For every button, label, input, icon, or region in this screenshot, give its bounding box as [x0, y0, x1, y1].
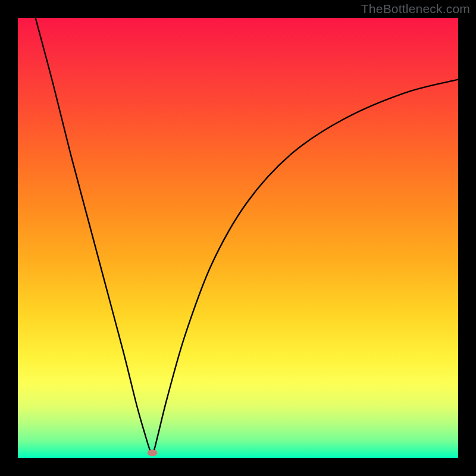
plot-area	[18, 18, 458, 458]
curve-svg	[18, 18, 458, 458]
chart-frame: TheBottleneck.com	[0, 0, 476, 476]
bottleneck-curve	[36, 18, 458, 455]
watermark-text: TheBottleneck.com	[361, 2, 470, 16]
min-marker-dot	[147, 450, 157, 456]
